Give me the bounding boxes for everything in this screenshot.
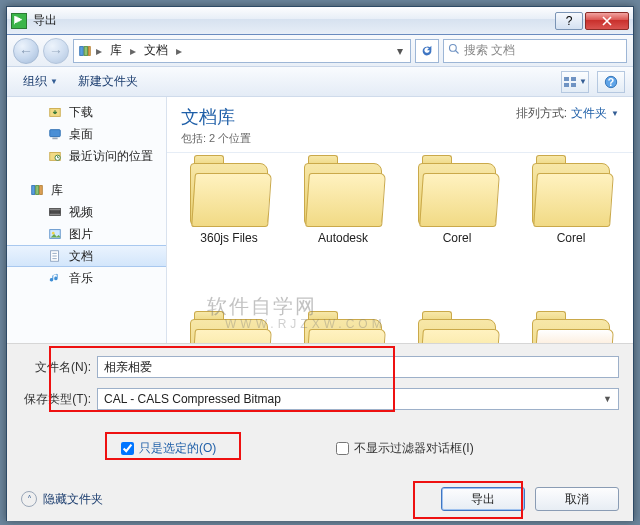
- filename-input[interactable]: [97, 356, 619, 378]
- chevron-down-icon[interactable]: ▾: [392, 44, 408, 58]
- svg-rect-18: [40, 186, 43, 195]
- folder-icon: [532, 319, 610, 343]
- chevron-down-icon: ▼: [579, 77, 587, 86]
- sort-control[interactable]: 排列方式: 文件夹 ▼: [516, 105, 619, 122]
- cancel-button[interactable]: 取消: [535, 487, 619, 511]
- folder-icon: [418, 319, 496, 343]
- sidebar-item-documents[interactable]: 文档: [7, 245, 166, 267]
- organize-button[interactable]: 组织 ▼: [15, 70, 66, 93]
- library-title: 文档库: [181, 105, 251, 129]
- file-grid[interactable]: 360js Files Autodesk Corel Corel: [167, 153, 633, 343]
- help-button[interactable]: ?: [555, 12, 583, 30]
- no-filter-dialog-checkbox[interactable]: 不显示过滤器对话框(I): [336, 440, 473, 457]
- search-input[interactable]: 搜索 文档: [443, 39, 627, 63]
- recent-icon: [47, 148, 63, 164]
- new-folder-button[interactable]: 新建文件夹: [70, 70, 146, 93]
- sidebar-item-desktop[interactable]: 桌面: [7, 123, 166, 145]
- svg-rect-0: [80, 46, 84, 55]
- folder-name: Corel: [523, 231, 619, 245]
- sidebar-libraries[interactable]: 库: [7, 179, 166, 201]
- export-dialog: ⯈ 导出 ? ← → ▸ 库 ▸ 文档 ▸ ▾: [6, 6, 634, 521]
- svg-point-3: [450, 45, 457, 52]
- filetype-combo[interactable]: CAL - CALS Compressed Bitmap ▼: [97, 388, 619, 410]
- folder-name: 360js Files: [181, 231, 277, 245]
- folder-item[interactable]: [181, 319, 277, 343]
- sidebar-item-label: 文档: [69, 248, 93, 265]
- checkbox-input[interactable]: [121, 442, 134, 455]
- pictures-icon: [47, 226, 63, 242]
- svg-rect-6: [571, 77, 576, 81]
- breadcrumb-sub[interactable]: 文档: [138, 40, 174, 62]
- navbar: ← → ▸ 库 ▸ 文档 ▸ ▾ 搜索 文档: [7, 35, 633, 67]
- back-button[interactable]: ←: [13, 38, 39, 64]
- svg-rect-8: [571, 83, 576, 87]
- sidebar-item-label: 音乐: [69, 270, 93, 287]
- music-icon: [47, 270, 63, 286]
- sidebar-item-label: 图片: [69, 226, 93, 243]
- export-button[interactable]: 导出: [441, 487, 525, 511]
- forward-button[interactable]: →: [43, 38, 69, 64]
- chevron-right-icon: ▸: [174, 44, 184, 58]
- breadcrumb[interactable]: ▸ 库 ▸ 文档 ▸ ▾: [73, 39, 411, 63]
- folder-item[interactable]: [523, 319, 619, 343]
- selected-only-checkbox[interactable]: 只是选定的(O): [121, 440, 216, 457]
- folder-icon: [304, 163, 382, 225]
- search-icon: [448, 43, 460, 58]
- svg-rect-20: [50, 209, 61, 211]
- library-subtitle: 包括: 2 个位置: [181, 131, 251, 146]
- svg-line-4: [456, 51, 459, 54]
- libraries-icon: [29, 182, 45, 198]
- svg-rect-2: [89, 46, 91, 55]
- help-icon-button[interactable]: ?: [597, 71, 625, 93]
- folder-item[interactable]: [295, 319, 391, 343]
- chevron-down-icon: ▼: [611, 109, 619, 118]
- window-buttons: ?: [555, 12, 629, 30]
- chevron-right-icon: ▸: [128, 44, 138, 58]
- sidebar-item-pictures[interactable]: 图片: [7, 223, 166, 245]
- sidebar-item-videos[interactable]: 视频: [7, 201, 166, 223]
- folder-icon: [190, 163, 268, 225]
- svg-rect-16: [32, 186, 35, 195]
- filename-label: 文件名(N):: [21, 359, 97, 376]
- window-title: 导出: [33, 12, 555, 29]
- filetype-label: 保存类型(T):: [21, 391, 97, 408]
- svg-rect-13: [52, 138, 57, 140]
- libraries-icon: [76, 44, 94, 58]
- folder-name: Autodesk: [295, 231, 391, 245]
- sidebar-item-label: 视频: [69, 204, 93, 221]
- view-options-button[interactable]: ▼: [561, 71, 589, 93]
- titlebar: ⯈ 导出 ?: [7, 7, 633, 35]
- folder-name: Corel: [409, 231, 505, 245]
- sidebar-item-label: 库: [51, 182, 63, 199]
- hide-folders-toggle[interactable]: ˄ 隐藏文件夹: [21, 491, 103, 508]
- svg-rect-17: [36, 186, 39, 195]
- library-header: 文档库 包括: 2 个位置 排列方式: 文件夹 ▼: [167, 97, 633, 153]
- sort-label: 排列方式:: [516, 105, 567, 122]
- form-area: 文件名(N): 保存类型(T): CAL - CALS Compressed B…: [7, 343, 633, 521]
- sidebar-item-label: 桌面: [69, 126, 93, 143]
- sidebar-item-downloads[interactable]: 下载: [7, 101, 166, 123]
- sidebar-item-music[interactable]: 音乐: [7, 267, 166, 289]
- svg-rect-5: [564, 77, 569, 81]
- breadcrumb-root[interactable]: 库: [104, 40, 128, 62]
- folder-icon: [304, 319, 382, 343]
- refresh-button[interactable]: [415, 39, 439, 63]
- folder-item[interactable]: [409, 319, 505, 343]
- sidebar-item-recent[interactable]: 最近访问的位置: [7, 145, 166, 167]
- sidebar: 下载 桌面 最近访问的位置 库 视频 图片: [7, 97, 167, 343]
- video-icon: [47, 204, 63, 220]
- svg-rect-7: [564, 83, 569, 87]
- close-button[interactable]: [585, 12, 629, 30]
- checkbox-label: 只是选定的(O): [139, 440, 216, 457]
- svg-rect-21: [50, 214, 61, 216]
- checkbox-input[interactable]: [336, 442, 349, 455]
- toolbar: 组织 ▼ 新建文件夹 ▼ ?: [7, 67, 633, 97]
- folder-icon: [190, 319, 268, 343]
- desktop-icon: [47, 126, 63, 142]
- sort-value[interactable]: 文件夹: [571, 105, 607, 122]
- folder-icon: [418, 163, 496, 225]
- main-pane: 文档库 包括: 2 个位置 排列方式: 文件夹 ▼ 360js Files Au…: [167, 97, 633, 343]
- svg-rect-12: [50, 130, 61, 137]
- documents-icon: [47, 248, 63, 264]
- search-placeholder: 搜索 文档: [464, 42, 515, 59]
